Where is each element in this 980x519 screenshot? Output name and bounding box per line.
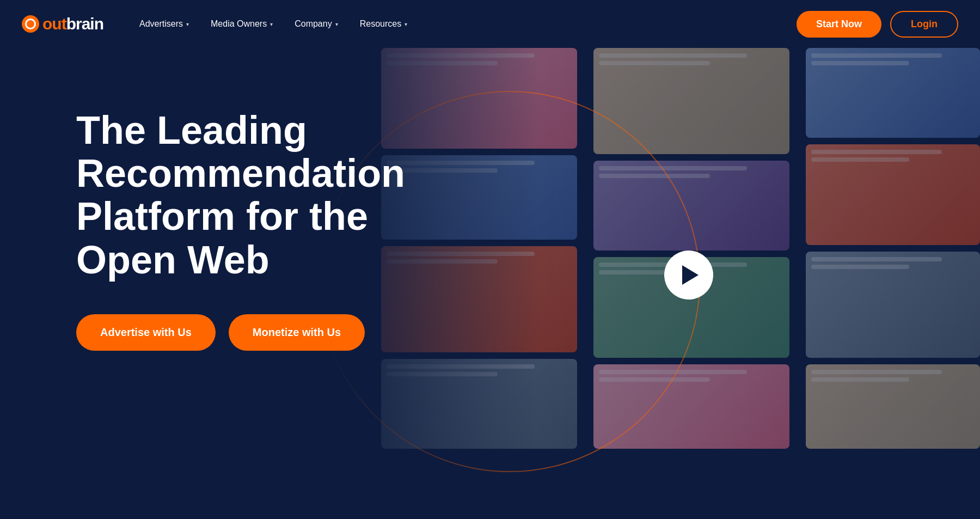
logo[interactable]: outbrain bbox=[22, 15, 103, 33]
nav-actions: Start Now Login bbox=[797, 11, 958, 38]
monetize-with-us-button[interactable]: Monetize with Us bbox=[229, 314, 365, 351]
tile-12 bbox=[806, 364, 980, 449]
chevron-down-icon: ▾ bbox=[186, 21, 189, 27]
tile-9 bbox=[806, 48, 980, 138]
play-button[interactable] bbox=[664, 251, 713, 300]
tile-4 bbox=[381, 359, 577, 449]
nav-company[interactable]: Company ▾ bbox=[286, 15, 346, 33]
login-button[interactable]: Login bbox=[890, 11, 958, 38]
grid-col-2 bbox=[593, 48, 789, 449]
navbar: outbrain Advertisers ▾ Media Owners ▾ Co… bbox=[0, 0, 980, 48]
grid-col-3 bbox=[806, 48, 980, 449]
hero-content: The Leading Recommendation Platform for … bbox=[76, 109, 468, 351]
chevron-down-icon: ▾ bbox=[270, 21, 273, 27]
nav-advertisers[interactable]: Advertisers ▾ bbox=[131, 15, 198, 33]
chevron-down-icon: ▾ bbox=[335, 21, 338, 27]
nav-media-owners[interactable]: Media Owners ▾ bbox=[202, 15, 281, 33]
tile-5 bbox=[593, 48, 789, 154]
logo-icon bbox=[22, 15, 39, 33]
tile-10 bbox=[806, 144, 980, 245]
tile-11 bbox=[806, 252, 980, 358]
chevron-down-icon: ▾ bbox=[405, 21, 407, 27]
hero-title: The Leading Recommendation Platform for … bbox=[76, 109, 468, 282]
tile-6 bbox=[593, 161, 789, 251]
logo-text: outbrain bbox=[42, 15, 103, 33]
nav-resources[interactable]: Resources ▾ bbox=[351, 15, 416, 33]
hero-buttons: Advertise with Us Monetize with Us bbox=[76, 314, 468, 351]
tile-8 bbox=[593, 364, 789, 449]
hero-section: outbrain Advertisers ▾ Media Owners ▾ Co… bbox=[0, 0, 980, 519]
start-now-button[interactable]: Start Now bbox=[797, 11, 881, 38]
advertise-with-us-button[interactable]: Advertise with Us bbox=[76, 314, 216, 351]
nav-items: Advertisers ▾ Media Owners ▾ Company ▾ R… bbox=[131, 15, 797, 33]
